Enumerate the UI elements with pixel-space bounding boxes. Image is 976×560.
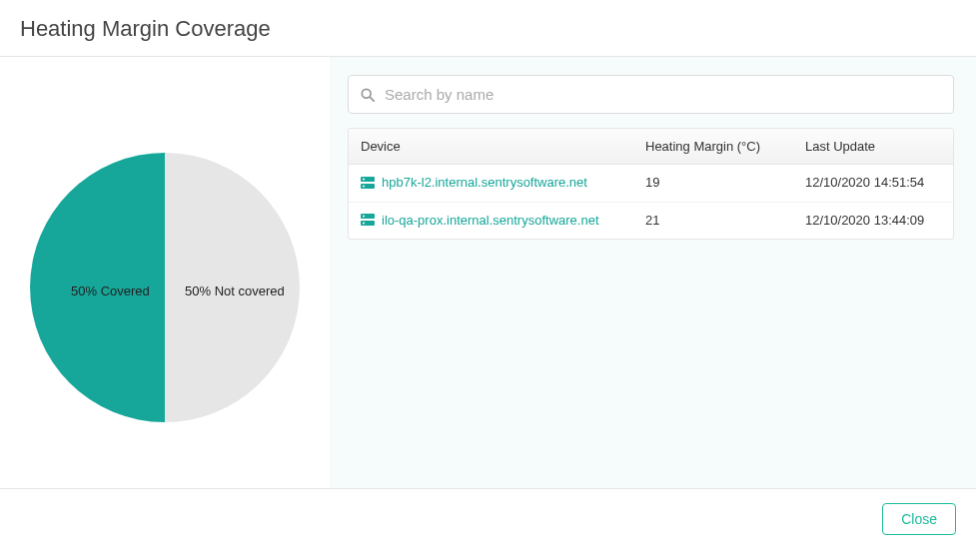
search-box[interactable] bbox=[348, 75, 954, 114]
dialog-footer: Close bbox=[0, 488, 976, 549]
page-title: Heating Margin Coverage bbox=[20, 16, 956, 42]
device-name: hpb7k-l2.internal.sentrysoftware.net bbox=[382, 175, 587, 190]
table-panel: Device Heating Margin (°C) Last Update h… bbox=[330, 57, 976, 488]
device-table: Device Heating Margin (°C) Last Update h… bbox=[348, 128, 954, 240]
close-button[interactable]: Close bbox=[882, 503, 956, 535]
column-header-device[interactable]: Device bbox=[349, 129, 633, 164]
table-row: ilo-qa-prox.internal.sentrysoftware.net … bbox=[349, 203, 953, 240]
device-link[interactable]: ilo-qa-prox.internal.sentrysoftware.net bbox=[361, 213, 599, 228]
update-value: 12/10/2020 13:44:09 bbox=[793, 203, 953, 240]
column-header-margin[interactable]: Heating Margin (°C) bbox=[633, 129, 793, 164]
update-value: 12/10/2020 14:51:54 bbox=[793, 165, 953, 202]
pie-label-not-covered: 50% Not covered bbox=[185, 283, 285, 298]
column-header-update[interactable]: Last Update bbox=[793, 129, 953, 164]
pie-chart: 50% Covered 50% Not covered bbox=[25, 148, 305, 427]
margin-value: 21 bbox=[633, 203, 793, 240]
pie-label-covered: 50% Covered bbox=[71, 283, 150, 298]
margin-value: 19 bbox=[633, 165, 793, 202]
content-area: 50% Covered 50% Not covered Device Heati… bbox=[0, 57, 976, 488]
pie-chart-panel: 50% Covered 50% Not covered bbox=[0, 57, 330, 488]
table-header-row: Device Heating Margin (°C) Last Update bbox=[349, 129, 953, 165]
svg-line-1 bbox=[370, 97, 374, 101]
svg-point-5 bbox=[363, 185, 365, 187]
server-icon bbox=[361, 177, 375, 189]
svg-point-8 bbox=[363, 216, 365, 218]
svg-point-9 bbox=[363, 223, 365, 225]
server-icon bbox=[361, 214, 375, 226]
table-row: hpb7k-l2.internal.sentrysoftware.net 19 … bbox=[349, 165, 953, 203]
search-icon bbox=[361, 88, 375, 102]
dialog-header: Heating Margin Coverage bbox=[0, 0, 976, 57]
svg-point-4 bbox=[363, 178, 365, 180]
device-link[interactable]: hpb7k-l2.internal.sentrysoftware.net bbox=[361, 175, 587, 190]
search-input[interactable] bbox=[385, 86, 941, 103]
device-name: ilo-qa-prox.internal.sentrysoftware.net bbox=[382, 213, 599, 228]
